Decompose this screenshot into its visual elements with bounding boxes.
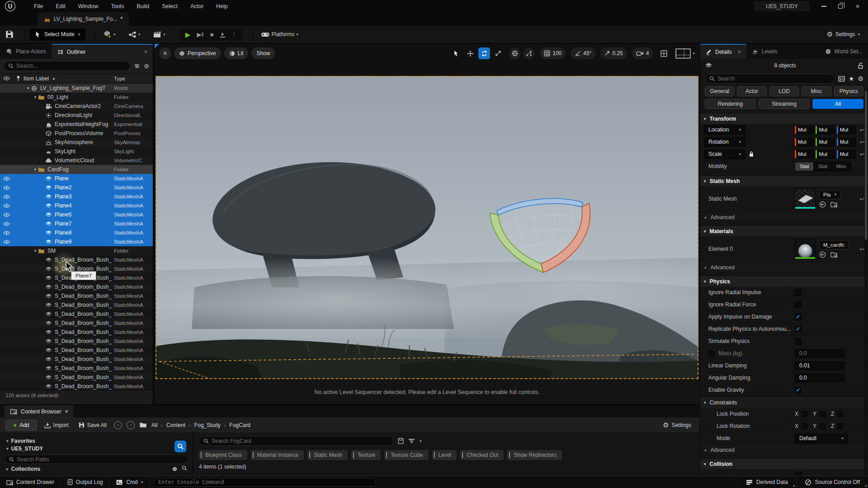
visibility-toggle[interactable] [0,194,13,199]
outliner-row[interactable]: VolumetricCloud VolumetricC [0,156,153,165]
outliner-row[interactable]: ▾ CardFog Folder [0,165,153,174]
visibility-toggle[interactable] [0,303,13,308]
menubar-item[interactable]: Actor [185,2,209,11]
details-settings-icon[interactable]: ⚙ [858,75,863,82]
visibility-toggle[interactable] [0,113,13,118]
outliner-row[interactable]: S_Dead_Broom_Bush_ StaticMeshA [0,291,153,300]
property-checkbox[interactable] [795,301,802,308]
expander-arrow-icon[interactable]: ▾ [33,95,38,99]
outliner-row[interactable]: S_Dead_Broom_Bush_ StaticMeshA [0,282,153,291]
menubar-item[interactable]: Build [131,2,155,11]
add-button[interactable]: +Add [5,420,37,431]
property-checkbox[interactable] [795,338,802,345]
material-thumbnail[interactable] [795,239,816,259]
tab-levels[interactable]: Levels [746,44,820,59]
restore-button[interactable] [838,4,843,9]
outliner-row[interactable]: ExponentialHeightFog Exponentiall [0,120,153,129]
scale-tool-icon[interactable] [492,47,504,59]
outliner-row[interactable]: S_Dead_Broom_Bush_ StaticMeshA [0,300,153,310]
perspective-dropdown[interactable]: Perspective [174,47,221,59]
lock-position-y-checkbox[interactable] [820,411,826,417]
forward-button[interactable]: › [127,421,135,429]
static-mesh-section-header[interactable]: ▾ Static Mesh [700,175,868,186]
derived-data-button[interactable]: Derived Data [737,476,796,488]
visibility-toggle[interactable] [0,176,13,181]
favorites-tree-item[interactable]: ▾ Favorites [0,437,193,445]
save-search-icon[interactable] [398,438,404,444]
property-checkbox[interactable]: ✓ [795,387,802,394]
mobility-option[interactable]: Stat [795,162,813,171]
menubar-item[interactable]: Help [211,2,233,11]
outliner-row[interactable]: PostProcessVolume PostProces [0,129,153,138]
static-mesh-asset-dropdown[interactable]: Pla ▾ [819,190,840,199]
visibility-toggle[interactable] [0,312,13,317]
menubar-item[interactable]: Tools [105,2,129,11]
visibility-toggle[interactable] [0,276,13,281]
visibility-toggle[interactable] [0,140,13,145]
filter-chip[interactable]: LOD [769,86,799,96]
minimize-button[interactable] [821,6,826,7]
asset-filter-chip[interactable]: Checked Out [460,450,504,460]
show-dropdown[interactable]: Show [251,47,275,59]
visibility-toggle[interactable] [0,294,13,299]
details-search-input[interactable] [717,75,830,82]
collision-section-header[interactable]: ▾ Collision [700,458,868,469]
asset-search[interactable] [199,436,393,446]
outliner-settings-icon[interactable]: ⚙ [144,63,149,70]
asset-search-input[interactable] [212,438,389,444]
x-value-field[interactable]: Mul [795,126,814,134]
eject-button[interactable]: ▲ [220,31,225,38]
rotation-snap-control[interactable]: 45° [571,47,595,59]
expander-arrow-icon[interactable]: ▾ [25,86,31,90]
select-tool-icon[interactable] [450,47,462,59]
filter-chip[interactable]: Actor [737,86,766,96]
visibility-toggle[interactable] [0,258,13,263]
outliner-row[interactable]: S_Dead_Broom_Bush_ StaticMeshA [0,319,153,328]
lock-rotation-y-checkbox[interactable] [820,423,826,429]
mobility-option[interactable]: Stat [813,162,831,171]
x-value-field[interactable]: Mul [795,150,814,159]
source-control-button[interactable]: Source Control Off [796,476,868,488]
item-label-column-header[interactable]: Item Label [24,75,49,82]
menubar-item[interactable]: File [28,2,48,11]
favorites-star-icon[interactable]: ★ [849,75,854,82]
collision-checkbox[interactable] [795,472,802,476]
visibility-toggle[interactable] [0,330,13,335]
outliner-row[interactable]: S_Dead_Broom_Bush_ StaticMeshA [0,337,153,346]
static-mesh-advanced-row[interactable]: ▸ Advanced [700,212,868,223]
expander-arrow-icon[interactable]: ▾ [33,249,38,253]
tab-outliner[interactable]: Outliner × [52,44,153,59]
use-selected-asset-icon[interactable] [819,201,826,208]
materials-advanced-row[interactable]: ▸ Advanced [700,262,868,273]
platforms-dropdown[interactable]: Platforms ▾ [258,29,301,39]
eye-column-icon[interactable] [3,76,10,81]
outliner-row[interactable]: Plane StaticMeshA [0,174,153,183]
type-column-header[interactable]: Type [114,76,153,81]
play-button[interactable]: ▶ [185,31,191,38]
search-paths-input[interactable] [17,456,184,463]
close-icon[interactable]: × [65,408,68,415]
menubar-item[interactable]: Select [156,2,183,11]
z-value-field[interactable]: Mul [837,126,856,134]
lock-position-z-checkbox[interactable] [837,411,843,417]
visibility-toggle[interactable] [0,221,13,226]
visibility-toggle[interactable] [0,212,13,217]
filter-chip[interactable]: Physics [834,86,863,96]
outliner-row[interactable]: S_Dead_Broom_Bush_ StaticMeshA [0,355,153,364]
rotate-tool-icon[interactable] [478,47,490,59]
outliner-row[interactable]: ▾ 00_Light Folder [0,93,153,102]
move-tool-icon[interactable] [464,47,476,59]
transform-axis-dropdown[interactable]: Location ▾ [704,125,745,135]
visibility-toggle[interactable] [0,149,13,154]
outliner-row[interactable]: S_Dead_Broom_Bush_ StaticMeshA [0,310,153,319]
viewport-maximize-control[interactable]: ▾ [675,48,695,59]
asset-filter-chip[interactable]: Static Mesh [307,450,348,460]
stop-button[interactable]: ■ [210,31,214,38]
visibility-toggle[interactable] [0,131,13,136]
visibility-toggle[interactable] [0,203,13,208]
pin-column-icon[interactable] [16,75,20,81]
browse-to-asset-icon[interactable] [830,251,837,258]
visibility-toggle[interactable] [0,104,13,109]
asset-filter-chip[interactable]: Texture Cube [384,450,428,460]
cmd-dropdown[interactable]: Cmd ▾ [109,476,150,488]
